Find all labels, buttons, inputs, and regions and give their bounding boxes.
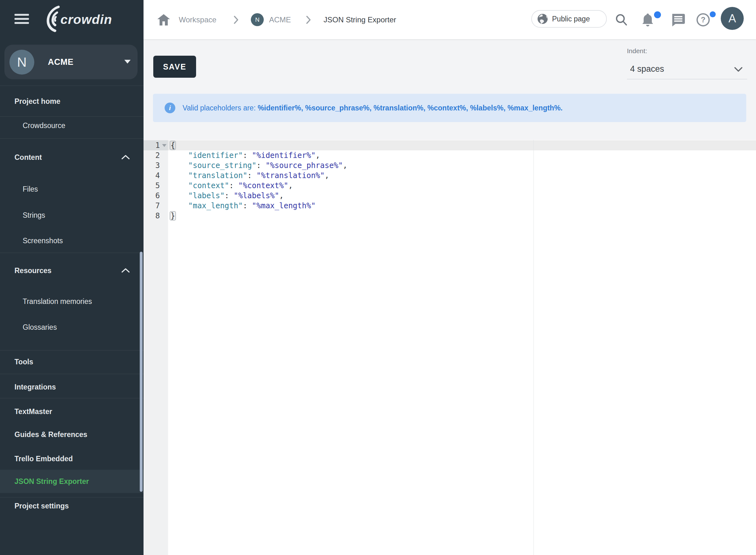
fold-caret-icon[interactable] <box>162 144 167 147</box>
avatar: N <box>251 13 264 26</box>
sidebar-item-integrations[interactable]: Integrations <box>0 375 143 399</box>
chevron-right-icon <box>234 0 239 39</box>
chevron-up-icon <box>122 153 130 162</box>
divider <box>0 374 143 374</box>
divider <box>0 138 143 139</box>
active-line-highlight <box>168 140 756 151</box>
hamburger-menu-icon[interactable] <box>14 14 29 24</box>
help-dot <box>710 11 716 17</box>
page-title: JSON String Exporter <box>324 0 396 39</box>
project-avatar: N <box>9 50 34 75</box>
info-banner: i Valid placeholders are: %identifier%, … <box>153 94 746 122</box>
sidebar-item-tools[interactable]: Tools <box>0 350 143 374</box>
sidebar-item-label: Screenshots <box>23 237 63 245</box>
indent-control: Indent: 4 spaces <box>627 47 747 79</box>
breadcrumb-label: ACME <box>269 15 291 24</box>
globe-icon <box>537 13 548 25</box>
sidebar-scrollbar[interactable] <box>140 252 142 492</box>
sidebar-item-screenshots[interactable]: Screenshots <box>0 229 143 252</box>
line-number: 3 <box>143 161 160 171</box>
close-brace: } <box>170 211 176 220</box>
breadcrumb-project[interactable]: ACME <box>269 0 291 39</box>
save-button[interactable]: SAVE <box>153 56 196 78</box>
banner-placeholders: %identifier%, %source_phrase%, %translat… <box>258 104 563 112</box>
info-icon: i <box>165 102 175 113</box>
sidebar: crowdin N ACME Project home Crowdsource … <box>0 0 143 555</box>
sidebar-item-translation-memories[interactable]: Translation memories <box>0 290 143 313</box>
divider <box>0 86 143 86</box>
public-page-label: Public page <box>552 15 590 23</box>
editor-gutter: 1 2 3 4 5 6 7 8 <box>143 140 168 555</box>
notifications-bell-icon[interactable] <box>641 0 654 39</box>
sidebar-item-label: Crowdsource <box>23 121 66 130</box>
line-number: 7 <box>143 201 160 211</box>
sidebar-item-label: TextMaster <box>14 408 52 416</box>
hamburger-bar <box>14 18 29 20</box>
indent-select[interactable]: 4 spaces <box>627 62 747 79</box>
help-icon[interactable]: ? <box>696 0 710 39</box>
sidebar-item-label: Project home <box>14 97 60 106</box>
breadcrumb-label: Workspace <box>179 15 216 24</box>
sidebar-item-label: Files <box>23 185 38 194</box>
code-line-5: "context": "%context%", <box>170 181 293 191</box>
print-margin-line <box>534 140 534 555</box>
crowdin-logo[interactable]: crowdin <box>41 4 112 35</box>
sidebar-item-files[interactable]: Files <box>0 177 143 201</box>
indent-label: Indent: <box>627 47 747 55</box>
code-line-6: "labels": "%labels%", <box>170 191 284 201</box>
sidebar-item-trello-embedded[interactable]: Trello Embedded <box>0 447 143 470</box>
code-line-8: } <box>170 211 176 221</box>
banner-prefix: Valid placeholders are: <box>182 104 258 112</box>
code-line-3: "source_string": "%source_phrase%", <box>170 161 347 171</box>
code-line-7: "max_length": "%max_length%" <box>170 201 316 211</box>
banner-text: Valid placeholders are: %identifier%, %s… <box>182 94 563 122</box>
app-root: crowdin N ACME Project home Crowdsource … <box>0 0 756 555</box>
code-line-2: "identifier": "%identifier%", <box>170 151 320 161</box>
sidebar-item-label: Integrations <box>14 383 56 391</box>
sidebar-section-label: Resources <box>14 266 52 275</box>
sidebar-section-content[interactable]: Content <box>0 146 143 169</box>
line-number: 2 <box>143 151 160 161</box>
messages-icon[interactable] <box>671 0 685 39</box>
sidebar-item-strings[interactable]: Strings <box>0 204 143 227</box>
chevron-down-icon <box>124 60 131 63</box>
line-number: 6 <box>143 191 160 201</box>
code-line-4: "translation": "%translation%", <box>170 171 329 181</box>
chevron-up-icon <box>122 266 130 275</box>
svg-text:?: ? <box>701 15 706 24</box>
project-name: ACME <box>48 45 74 79</box>
line-number: 5 <box>143 181 160 191</box>
sidebar-section-resources[interactable]: Resources <box>0 259 143 282</box>
code-line-1: { <box>170 140 176 151</box>
code-editor[interactable]: 1 2 3 4 5 6 7 8 { "identifier": "%identi… <box>143 140 756 555</box>
chevron-down-icon <box>734 67 743 74</box>
search-icon[interactable] <box>615 0 628 39</box>
breadcrumb-workspace[interactable]: Workspace <box>179 0 216 39</box>
sidebar-item-label: Translation memories <box>23 297 92 306</box>
home-icon[interactable] <box>157 0 170 39</box>
public-page-button[interactable]: Public page <box>531 10 607 28</box>
sidebar-item-label: Strings <box>23 211 45 220</box>
main-content: SAVE Indent: 4 spaces i Valid placeholde… <box>143 39 756 140</box>
sidebar-item-label: Trello Embedded <box>14 455 73 463</box>
open-brace: { <box>170 141 176 150</box>
project-selector[interactable]: N ACME <box>4 45 137 79</box>
notification-dot <box>654 11 661 18</box>
line-number: 1 <box>143 140 160 151</box>
sidebar-item-textmaster[interactable]: TextMaster <box>0 400 143 423</box>
sidebar-item-project-settings[interactable]: Project settings <box>0 494 143 518</box>
line-number: 4 <box>143 171 160 181</box>
sidebar-item-label: Project settings <box>14 502 69 510</box>
hamburger-bar <box>14 22 29 24</box>
sidebar-item-json-string-exporter[interactable]: JSON String Exporter <box>0 470 143 493</box>
indent-selected-value: 4 spaces <box>630 64 664 74</box>
divider <box>0 253 143 253</box>
user-avatar[interactable]: A <box>721 7 744 30</box>
chevron-right-icon <box>306 0 311 39</box>
sidebar-item-glossaries[interactable]: Glossaries <box>0 315 143 339</box>
sidebar-item-guides-references[interactable]: Guides & References <box>0 423 143 446</box>
sidebar-item-crowdsource[interactable]: Crowdsource <box>0 114 143 137</box>
sidebar-item-label: JSON String Exporter <box>14 477 89 486</box>
sidebar-item-project-home[interactable]: Project home <box>0 90 143 113</box>
sidebar-item-label: Tools <box>14 358 33 366</box>
